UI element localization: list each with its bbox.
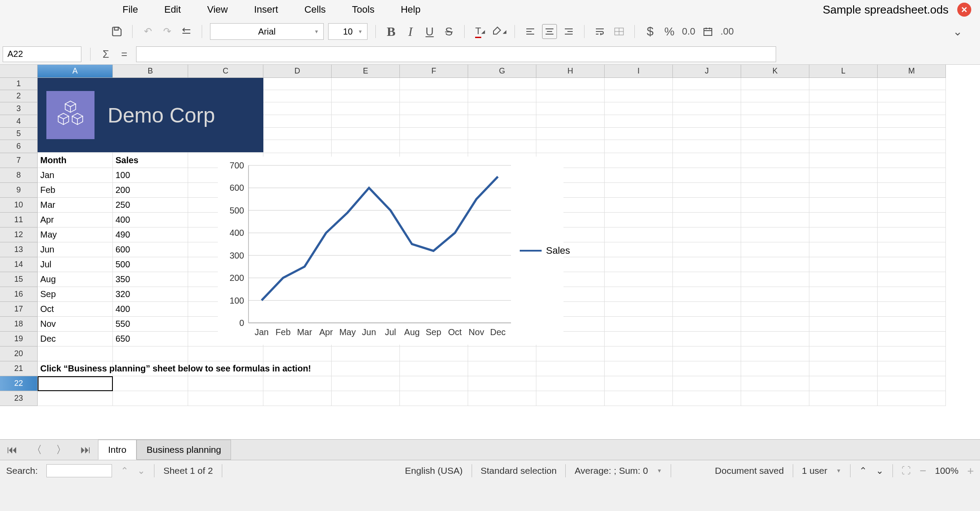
cell-I17[interactable] bbox=[605, 302, 673, 317]
cell-J3[interactable] bbox=[673, 102, 741, 115]
cell-G5[interactable] bbox=[468, 128, 536, 140]
cell-F23[interactable] bbox=[400, 391, 468, 406]
cell-E23[interactable] bbox=[332, 391, 400, 406]
cell-I7[interactable] bbox=[605, 153, 673, 168]
zoom-in-icon[interactable]: + bbox=[967, 464, 974, 478]
cell-reference-input[interactable]: A22 bbox=[3, 46, 81, 62]
cell-D1[interactable] bbox=[263, 78, 332, 90]
number-format-icon[interactable]: 0.0 bbox=[681, 24, 696, 39]
cell-F2[interactable] bbox=[400, 90, 468, 102]
cell-F5[interactable] bbox=[400, 128, 468, 140]
cell-F20[interactable] bbox=[400, 346, 468, 361]
cell-E4[interactable] bbox=[332, 115, 400, 128]
cell-J2[interactable] bbox=[673, 90, 741, 102]
cell-G23[interactable] bbox=[468, 391, 536, 406]
cell-M4[interactable] bbox=[878, 115, 946, 128]
cell-J17[interactable] bbox=[673, 302, 741, 317]
cell-J11[interactable] bbox=[673, 213, 741, 228]
cell-E2[interactable] bbox=[332, 90, 400, 102]
cell-G20[interactable] bbox=[468, 346, 536, 361]
wrap-text-icon[interactable] bbox=[592, 24, 607, 39]
cell-I14[interactable] bbox=[605, 257, 673, 272]
nav-down-icon[interactable]: ⌄ bbox=[876, 466, 884, 476]
cell-L6[interactable] bbox=[809, 140, 878, 153]
row-header-13[interactable]: 13 bbox=[0, 242, 38, 257]
cell-C23[interactable] bbox=[188, 391, 263, 406]
cell-L21[interactable] bbox=[809, 361, 878, 376]
cell-K22[interactable] bbox=[741, 376, 809, 391]
col-header-F[interactable]: F bbox=[400, 65, 468, 78]
cell-I8[interactable] bbox=[605, 168, 673, 183]
cell-M23[interactable] bbox=[878, 391, 946, 406]
cell-B17[interactable]: 400 bbox=[113, 302, 188, 317]
save-icon[interactable] bbox=[109, 24, 124, 39]
add-decimal-icon[interactable]: .00 bbox=[720, 24, 735, 39]
cell-K1[interactable] bbox=[741, 78, 809, 90]
cell-M10[interactable] bbox=[878, 198, 946, 213]
cell-A13[interactable]: Jun bbox=[38, 242, 113, 257]
cell-D4[interactable] bbox=[263, 115, 332, 128]
date-format-icon[interactable] bbox=[700, 24, 715, 39]
italic-icon[interactable]: I bbox=[403, 24, 418, 39]
row-header-8[interactable]: 8 bbox=[0, 168, 38, 183]
cell-J15[interactable] bbox=[673, 272, 741, 287]
cell-J21[interactable] bbox=[673, 361, 741, 376]
cell-I19[interactable] bbox=[605, 332, 673, 346]
search-input[interactable] bbox=[46, 464, 112, 477]
cell-K13[interactable] bbox=[741, 242, 809, 257]
sheet-tab-intro[interactable]: Intro bbox=[98, 440, 136, 460]
cell-H6[interactable] bbox=[536, 140, 605, 153]
currency-icon[interactable]: $ bbox=[643, 24, 658, 39]
decrease-indent-icon[interactable] bbox=[179, 24, 194, 39]
cell-L1[interactable] bbox=[809, 78, 878, 90]
cell-H20[interactable] bbox=[536, 346, 605, 361]
cell-E1[interactable] bbox=[332, 78, 400, 90]
cell-G22[interactable] bbox=[468, 376, 536, 391]
cell-L7[interactable] bbox=[809, 153, 878, 168]
sheet-tab-business-planning[interactable]: Business planning bbox=[136, 440, 231, 460]
cell-B19[interactable]: 650 bbox=[113, 332, 188, 346]
cell-K12[interactable] bbox=[741, 228, 809, 242]
cell-E21[interactable] bbox=[332, 361, 400, 376]
zoom-out-icon[interactable]: − bbox=[920, 464, 926, 478]
cell-H4[interactable] bbox=[536, 115, 605, 128]
cell-G21[interactable] bbox=[468, 361, 536, 376]
cell-L13[interactable] bbox=[809, 242, 878, 257]
col-header-H[interactable]: H bbox=[536, 65, 605, 78]
cell-A18[interactable]: Nov bbox=[38, 317, 113, 332]
col-header-K[interactable]: K bbox=[741, 65, 809, 78]
underline-icon[interactable]: U bbox=[422, 24, 437, 39]
cell-M8[interactable] bbox=[878, 168, 946, 183]
cell-K16[interactable] bbox=[741, 287, 809, 302]
row-header-15[interactable]: 15 bbox=[0, 272, 38, 287]
equals-icon[interactable]: = bbox=[118, 48, 131, 60]
cell-M16[interactable] bbox=[878, 287, 946, 302]
cell-H5[interactable] bbox=[536, 128, 605, 140]
cell-B11[interactable]: 400 bbox=[113, 213, 188, 228]
cell-B18[interactable]: 550 bbox=[113, 317, 188, 332]
cell-G6[interactable] bbox=[468, 140, 536, 153]
cell-H21[interactable] bbox=[536, 361, 605, 376]
cell-K5[interactable] bbox=[741, 128, 809, 140]
cell-B13[interactable]: 600 bbox=[113, 242, 188, 257]
cell-D20[interactable] bbox=[263, 346, 332, 361]
font-name-select[interactable]: Arial bbox=[210, 23, 324, 40]
col-header-I[interactable]: I bbox=[605, 65, 673, 78]
percent-icon[interactable]: % bbox=[662, 24, 677, 39]
cell-L19[interactable] bbox=[809, 332, 878, 346]
cell-L15[interactable] bbox=[809, 272, 878, 287]
cell-J20[interactable] bbox=[673, 346, 741, 361]
col-header-L[interactable]: L bbox=[809, 65, 878, 78]
cell-L2[interactable] bbox=[809, 90, 878, 102]
zoom-level[interactable]: 100% bbox=[935, 466, 959, 476]
cell-L9[interactable] bbox=[809, 183, 878, 198]
cell-M7[interactable] bbox=[878, 153, 946, 168]
menu-edit[interactable]: Edit bbox=[151, 0, 194, 19]
cell-G2[interactable] bbox=[468, 90, 536, 102]
cell-I6[interactable] bbox=[605, 140, 673, 153]
cell-L16[interactable] bbox=[809, 287, 878, 302]
cell-F3[interactable] bbox=[400, 102, 468, 115]
col-header-G[interactable]: G bbox=[468, 65, 536, 78]
cell-J12[interactable] bbox=[673, 228, 741, 242]
cell-A8[interactable]: Jan bbox=[38, 168, 113, 183]
